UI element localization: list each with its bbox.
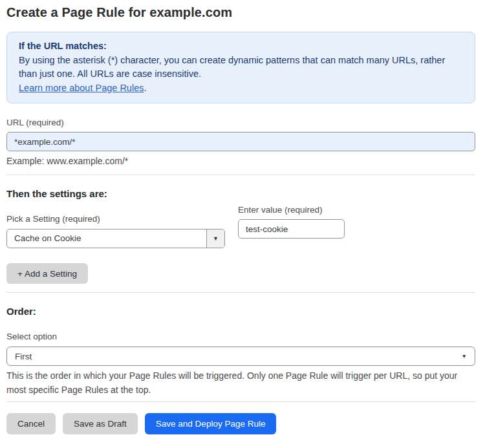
- setting-select-arrow-button[interactable]: ▼: [206, 229, 224, 248]
- divider: [6, 292, 475, 293]
- setting-select-value: Cache on Cookie: [7, 229, 206, 248]
- learn-more-link[interactable]: Learn more about Page Rules: [19, 83, 144, 93]
- setting-value-label: Enter value (required): [238, 205, 345, 215]
- setting-picker-label: Pick a Setting (required): [6, 214, 225, 224]
- link-suffix: .: [144, 83, 146, 93]
- order-select[interactable]: First ▼: [6, 347, 475, 366]
- url-field-label: URL (required): [6, 118, 475, 128]
- order-section-heading: Order:: [6, 306, 475, 317]
- order-description: This is the order in which your Page Rul…: [6, 369, 479, 397]
- create-page-rule-form: Create a Page Rule for example.com If th…: [0, 0, 485, 434]
- save-as-draft-button[interactable]: Save as Draft: [63, 413, 138, 434]
- save-and-deploy-button[interactable]: Save and Deploy Page Rule: [145, 413, 277, 434]
- cancel-button[interactable]: Cancel: [6, 413, 56, 434]
- settings-row: Pick a Setting (required) Cache on Cooki…: [6, 200, 475, 248]
- info-box-heading: If the URL matches:: [19, 39, 463, 54]
- footer-button-row: Cancel Save as Draft Save and Deploy Pag…: [6, 413, 475, 434]
- divider: [6, 401, 475, 402]
- url-example-hint: Example: www.example.com/*: [6, 156, 475, 166]
- order-select-value: First: [15, 352, 462, 361]
- setting-picker-column: Pick a Setting (required) Cache on Cooki…: [6, 200, 225, 248]
- info-box-body: By using the asterisk (*) character, you…: [19, 54, 463, 81]
- setting-select[interactable]: Cache on Cookie ▼: [6, 229, 225, 248]
- chevron-down-icon: ▼: [462, 353, 467, 359]
- add-setting-button[interactable]: + Add a Setting: [6, 263, 88, 284]
- url-match-info-box: If the URL matches: By using the asteris…: [6, 32, 475, 103]
- info-link-line: Learn more about Page Rules.: [19, 81, 463, 96]
- setting-value-input[interactable]: [238, 219, 345, 239]
- page-title: Create a Page Rule for example.com: [6, 5, 475, 20]
- divider: [6, 175, 475, 175]
- setting-value-column: Enter value (required): [238, 205, 345, 248]
- url-input[interactable]: [6, 132, 475, 151]
- settings-section-heading: Then the settings are:: [6, 188, 475, 200]
- chevron-down-icon: ▼: [213, 235, 219, 242]
- order-select-label: Select option: [6, 332, 475, 342]
